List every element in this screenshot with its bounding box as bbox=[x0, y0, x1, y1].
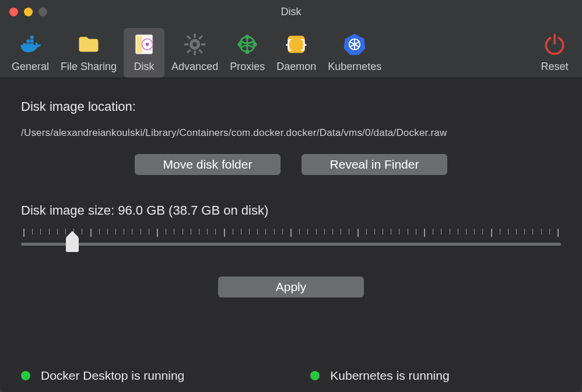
titlebar: Disk bbox=[0, 0, 582, 23]
window-title: Disk bbox=[0, 6, 582, 18]
svg-rect-15 bbox=[187, 35, 191, 40]
svg-rect-18 bbox=[187, 49, 191, 54]
toolbar: General File Sharing Disk Advanced Proxi bbox=[0, 23, 582, 78]
reveal-in-finder-button[interactable]: Reveal in Finder bbox=[301, 154, 447, 175]
disk-size-slider[interactable] bbox=[21, 229, 561, 257]
power-icon bbox=[541, 30, 569, 58]
svg-point-33 bbox=[353, 43, 357, 46]
minimize-window-button[interactable] bbox=[24, 8, 33, 16]
tab-label: General bbox=[12, 61, 49, 73]
tab-advanced[interactable]: Advanced bbox=[167, 28, 223, 78]
tab-label: File Sharing bbox=[61, 61, 117, 73]
svg-rect-11 bbox=[194, 34, 196, 38]
disk-image-size-label: Disk image size: 96.0 GB (38.7 GB on dis… bbox=[21, 203, 561, 218]
tab-proxies[interactable]: Proxies bbox=[225, 28, 269, 78]
disk-image-path: /Users/alexandreiankoulski/Library/Conta… bbox=[21, 127, 561, 139]
kubernetes-status: Kubernetes is running bbox=[310, 369, 449, 383]
svg-point-25 bbox=[253, 42, 257, 46]
svg-point-23 bbox=[246, 50, 250, 54]
tab-general[interactable]: General bbox=[7, 28, 54, 78]
preferences-window: Disk General File Sharing Disk Advanced bbox=[0, 0, 582, 392]
status-dot-green-icon bbox=[21, 371, 30, 380]
traffic-lights bbox=[9, 8, 47, 16]
kubernetes-icon bbox=[341, 30, 369, 58]
svg-rect-12 bbox=[194, 51, 196, 55]
tab-daemon[interactable]: { } Daemon bbox=[272, 28, 321, 78]
tab-label: Kubernetes bbox=[328, 61, 381, 73]
tab-kubernetes[interactable]: Kubernetes bbox=[323, 28, 386, 78]
tab-label: Proxies bbox=[230, 61, 265, 73]
tab-file-sharing[interactable]: File Sharing bbox=[56, 28, 121, 78]
content-pane: Disk image location: /Users/alexandreian… bbox=[0, 78, 582, 359]
disk-location-label: Disk image location: bbox=[21, 99, 561, 114]
docker-status-text: Docker Desktop is running bbox=[41, 369, 184, 383]
braces-icon: { } bbox=[282, 30, 310, 58]
network-icon bbox=[233, 30, 261, 58]
svg-rect-16 bbox=[198, 49, 203, 54]
slider-ticks bbox=[23, 229, 559, 236]
disk-icon bbox=[130, 30, 158, 58]
close-window-button[interactable] bbox=[9, 8, 18, 16]
svg-rect-17 bbox=[198, 35, 203, 40]
svg-rect-4 bbox=[30, 40, 34, 43]
status-dot-green-icon bbox=[310, 371, 320, 380]
zoom-window-button[interactable] bbox=[38, 8, 47, 16]
svg-rect-7 bbox=[136, 36, 142, 52]
status-bar: Docker Desktop is running Kubernetes is … bbox=[0, 359, 582, 392]
slider-track bbox=[21, 243, 561, 246]
kubernetes-status-text: Kubernetes is running bbox=[330, 369, 449, 383]
tab-reset[interactable]: Reset bbox=[534, 28, 575, 78]
svg-text:{ }: { } bbox=[285, 37, 308, 51]
svg-rect-3 bbox=[27, 40, 30, 43]
tab-disk[interactable]: Disk bbox=[124, 28, 164, 78]
whale-icon bbox=[16, 30, 44, 58]
svg-point-24 bbox=[238, 42, 242, 46]
svg-rect-5 bbox=[30, 36, 34, 39]
slider-thumb[interactable] bbox=[66, 237, 79, 252]
svg-point-22 bbox=[246, 35, 250, 39]
apply-button[interactable]: Apply bbox=[218, 276, 364, 298]
docker-status: Docker Desktop is running bbox=[21, 369, 184, 383]
svg-rect-14 bbox=[201, 43, 205, 46]
svg-rect-13 bbox=[184, 43, 188, 46]
gear-icon bbox=[181, 30, 209, 58]
move-disk-folder-button[interactable]: Move disk folder bbox=[135, 154, 281, 175]
tab-label: Reset bbox=[541, 61, 568, 73]
tab-label: Disk bbox=[134, 61, 155, 73]
svg-point-19 bbox=[192, 42, 197, 46]
tab-label: Advanced bbox=[171, 61, 218, 73]
svg-point-9 bbox=[146, 43, 149, 46]
folder-icon bbox=[75, 30, 103, 58]
tab-label: Daemon bbox=[276, 61, 316, 73]
